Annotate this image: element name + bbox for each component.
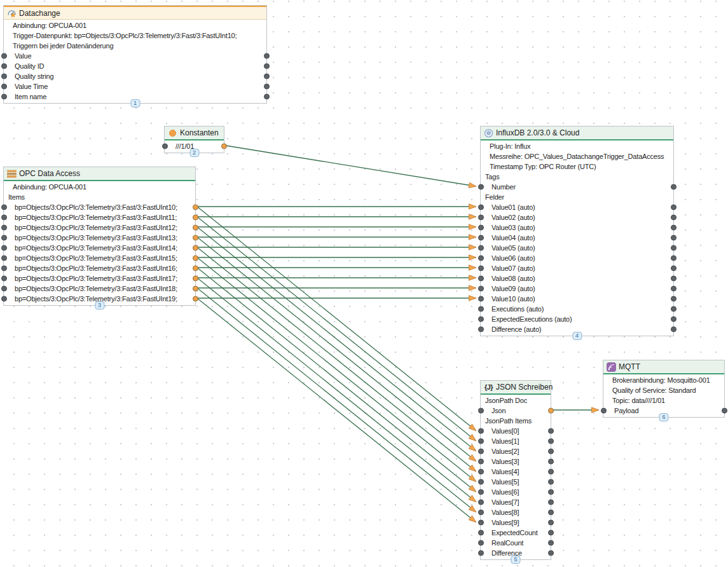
- input-port[interactable]: [478, 479, 484, 485]
- output-port[interactable]: [193, 276, 198, 282]
- input-port[interactable]: [478, 327, 484, 332]
- output-port[interactable]: [548, 479, 554, 485]
- output-port[interactable]: [548, 408, 554, 414]
- input-port[interactable]: [478, 439, 484, 444]
- input-port[interactable]: [1, 205, 7, 210]
- input-port[interactable]: [162, 144, 168, 149]
- input-port[interactable]: [1, 74, 7, 79]
- input-port[interactable]: [478, 245, 484, 251]
- node-header[interactable]: Datachange: [4, 6, 266, 20]
- output-port[interactable]: [671, 225, 676, 231]
- input-port[interactable]: [478, 510, 484, 516]
- input-port[interactable]: [478, 428, 484, 434]
- output-port[interactable]: [671, 235, 676, 241]
- connection-wire[interactable]: [226, 146, 476, 186]
- output-port[interactable]: [548, 510, 554, 516]
- connection-wire[interactable]: [197, 247, 476, 471]
- output-port[interactable]: [193, 235, 198, 241]
- output-port[interactable]: [548, 540, 554, 546]
- output-port[interactable]: [193, 296, 198, 302]
- input-port[interactable]: [1, 296, 7, 302]
- input-port[interactable]: [1, 53, 7, 59]
- input-port[interactable]: [478, 215, 484, 221]
- node-influxdb[interactable]: InfluxDB 2.0/3.0 & CloudPlug-In: InfluxM…: [480, 126, 674, 336]
- output-port[interactable]: [193, 245, 198, 251]
- output-port[interactable]: [264, 53, 270, 59]
- connection-wire[interactable]: [197, 288, 476, 512]
- output-port[interactable]: [671, 184, 676, 190]
- input-port[interactable]: [478, 489, 484, 495]
- node-opcda[interactable]: OPC Data AccessAnbindung: OPCUA-001Items…: [3, 167, 196, 306]
- output-port[interactable]: [671, 205, 676, 210]
- input-port[interactable]: [1, 245, 7, 251]
- connection-wire[interactable]: [197, 217, 476, 441]
- input-port[interactable]: [478, 469, 484, 475]
- input-port[interactable]: [1, 286, 7, 292]
- output-port[interactable]: [548, 439, 554, 444]
- output-port[interactable]: [264, 74, 270, 79]
- output-port[interactable]: [671, 215, 676, 221]
- output-port[interactable]: [548, 459, 554, 465]
- input-port[interactable]: [478, 500, 484, 505]
- input-port[interactable]: [1, 215, 7, 221]
- output-port[interactable]: [548, 550, 554, 556]
- output-port[interactable]: [221, 144, 227, 149]
- output-port[interactable]: [193, 225, 198, 231]
- output-port[interactable]: [671, 266, 676, 271]
- node-header[interactable]: MQTT: [603, 360, 724, 374]
- input-port[interactable]: [478, 306, 484, 312]
- output-port[interactable]: [548, 489, 554, 495]
- node-header[interactable]: OPC Data Access: [4, 167, 195, 181]
- output-port[interactable]: [671, 286, 676, 292]
- output-port[interactable]: [264, 94, 270, 100]
- input-port[interactable]: [1, 276, 7, 282]
- input-port[interactable]: [478, 286, 484, 292]
- input-port[interactable]: [478, 184, 484, 190]
- input-port[interactable]: [478, 205, 484, 210]
- output-port[interactable]: [548, 428, 554, 434]
- input-port[interactable]: [478, 449, 484, 454]
- node-json[interactable]: {J}JSON SchreibenJsonPath DocJsonJsonPat…: [480, 380, 551, 560]
- connection-wire[interactable]: [197, 257, 476, 481]
- output-port[interactable]: [193, 205, 198, 210]
- output-port[interactable]: [671, 306, 676, 312]
- connection-wire[interactable]: [197, 278, 476, 502]
- connection-wire[interactable]: [197, 207, 476, 430]
- output-port[interactable]: [193, 266, 198, 271]
- input-port[interactable]: [478, 266, 484, 271]
- output-port[interactable]: [193, 286, 198, 292]
- input-port[interactable]: [478, 459, 484, 465]
- output-port[interactable]: [671, 296, 676, 302]
- node-header[interactable]: Konstanten: [165, 126, 224, 140]
- output-port[interactable]: [548, 500, 554, 505]
- connection-wire[interactable]: [197, 227, 476, 451]
- input-port[interactable]: [478, 296, 484, 302]
- input-port[interactable]: [1, 225, 7, 231]
- input-port[interactable]: [1, 64, 7, 69]
- input-port[interactable]: [478, 550, 484, 556]
- output-port[interactable]: [193, 215, 198, 221]
- output-port[interactable]: [193, 256, 198, 261]
- node-header[interactable]: InfluxDB 2.0/3.0 & Cloud: [481, 126, 673, 140]
- node-mqtt[interactable]: MQTTBrokeranbindung: Mosquitto-001Qualit…: [603, 360, 725, 418]
- input-port[interactable]: [478, 225, 484, 231]
- input-port[interactable]: [1, 256, 7, 261]
- input-port[interactable]: [478, 520, 484, 526]
- output-port[interactable]: [671, 245, 676, 251]
- input-port[interactable]: [1, 84, 7, 90]
- connection-wire[interactable]: [197, 298, 476, 522]
- output-port[interactable]: [671, 256, 676, 261]
- output-port[interactable]: [548, 449, 554, 454]
- input-port[interactable]: [478, 408, 484, 414]
- connection-wire[interactable]: [197, 268, 476, 491]
- output-port[interactable]: [264, 84, 270, 90]
- node-konstanten[interactable]: Konstanten///1/012: [164, 126, 224, 153]
- flow-canvas[interactable]: DatachangeAnbindung: OPCUA-001Trigger-Da…: [0, 0, 728, 567]
- output-port[interactable]: [548, 469, 554, 475]
- input-port[interactable]: [1, 266, 7, 271]
- input-port[interactable]: [478, 540, 484, 546]
- output-port[interactable]: [264, 64, 270, 69]
- output-port[interactable]: [671, 317, 676, 322]
- input-port[interactable]: [1, 94, 7, 100]
- input-port[interactable]: [601, 408, 607, 414]
